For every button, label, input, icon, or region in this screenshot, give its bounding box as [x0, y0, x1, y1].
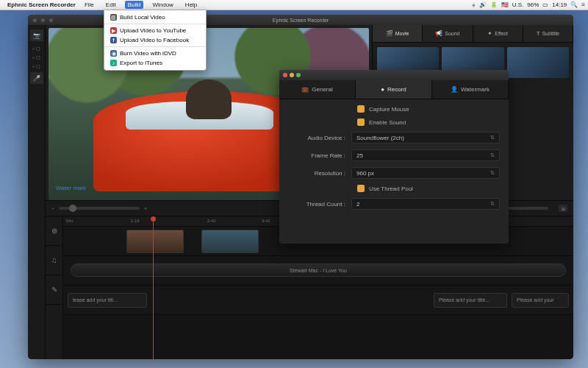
movie-icon: 🎬 [386, 30, 393, 37]
battery-icon[interactable]: 🔋 [490, 1, 498, 8]
thumb-3[interactable] [507, 47, 569, 78]
menu-build-local[interactable]: ▥Build Local Video [104, 13, 206, 22]
spotlight-icon[interactable]: 🔍 [570, 1, 578, 8]
zoom-icon[interactable] [296, 73, 301, 77]
subtitle-icon: T [537, 30, 540, 37]
audio-clip[interactable]: Stewart Mac - I Love You [71, 263, 566, 277]
timeline-toggle-button[interactable]: ⊞ [559, 205, 567, 212]
watermark-icon: 👤 [451, 86, 458, 93]
menu-export-itunes[interactable]: ♪Export to iTunes [104, 58, 206, 68]
tab-movie[interactable]: 🎬Movie [373, 25, 423, 42]
menu-build-local-label: Build Local Video [120, 14, 165, 21]
build-dropdown: ▥Build Local Video ▶Upload Video to YouT… [104, 10, 207, 71]
chevron-updown-icon: ⇅ [490, 170, 495, 176]
minus-icon[interactable]: − [51, 206, 54, 211]
settings-tab-record-label: Record [387, 86, 406, 93]
title-input-2[interactable]: Please add your title... [434, 293, 507, 308]
menu-burn-idvd-label: Burn Video with iDVD [120, 50, 176, 57]
minimize-icon[interactable] [290, 73, 294, 77]
enable-sound-checkbox[interactable] [357, 118, 365, 126]
menu-help[interactable]: Help [182, 1, 200, 9]
menu-build[interactable]: Build [125, 1, 144, 9]
resolution-label: Resolution : [288, 170, 351, 177]
title-track-icon[interactable]: ✎ [46, 275, 62, 305]
ruler-mark: 2:42 [207, 219, 216, 223]
thread-pool-checkbox[interactable] [357, 185, 365, 192]
facebook-icon: f [110, 37, 117, 43]
clock: 14:19 [552, 1, 567, 8]
tab-sound-label: Sound [445, 31, 459, 36]
audio-device-label: Audio Device : [288, 135, 351, 141]
traffic-lights[interactable] [32, 18, 54, 23]
settings-tab-general[interactable]: 💼General [279, 80, 356, 99]
tab-effect[interactable]: ✦Effect [473, 25, 523, 42]
plus-icon[interactable]: + [144, 206, 147, 211]
frame-rate-label: Frame Rate : [288, 152, 351, 159]
tool-dot-1[interactable]: ○ ▢ [30, 46, 43, 50]
tab-movie-label: Movie [395, 31, 409, 36]
title-input-1[interactable]: lease add your titl... [68, 293, 147, 308]
thread-count-label: Thread Count : [288, 201, 351, 208]
volume-icon[interactable]: 🔊 [479, 1, 487, 8]
video-clip-2[interactable] [201, 230, 259, 253]
audio-clip-label: Stewart Mac - I Love You [290, 268, 347, 273]
general-icon: 💼 [301, 86, 309, 93]
left-toolbar: 📷 ○ ▢ ○ ▢ ○ ▢ 🎤 [28, 25, 46, 359]
tab-subtitle-label: Subtitle [542, 31, 559, 36]
tool-dot-3[interactable]: ○ ▢ [30, 63, 43, 68]
menu-burn-idvd[interactable]: ◉Burn Video with iDVD [104, 49, 206, 58]
youtube-icon: ▶ [110, 27, 117, 34]
audio-device-select[interactable]: Soundflower (2ch)⇅ [351, 132, 500, 144]
tab-subtitle[interactable]: TSubtitle [523, 25, 573, 42]
resolution-select[interactable]: 960 px⇅ [351, 167, 500, 179]
tab-sound[interactable]: 📢Sound [423, 25, 473, 42]
video-track-icon[interactable]: ⊕ [46, 216, 62, 246]
chevron-updown-icon: ⇅ [490, 135, 495, 141]
camera-tool[interactable]: 📷 [30, 29, 43, 41]
frame-rate-value: 25 [356, 152, 363, 159]
menu-edit[interactable]: Edit [103, 1, 119, 9]
settings-tab-record[interactable]: ●Record [356, 80, 432, 99]
capture-mouse-checkbox[interactable] [357, 105, 365, 113]
mic-tool[interactable]: 🎤 [30, 72, 43, 84]
audio-track[interactable]: Stewart Mac - I Love You [63, 256, 573, 286]
menu-upload-facebook[interactable]: fUpload Video to Facebook [104, 35, 206, 45]
close-icon[interactable] [283, 73, 287, 77]
audio-device-value: Soundflower (2ch) [356, 135, 404, 141]
watermark-overlay: Water mark [56, 185, 86, 191]
minimize-icon[interactable] [40, 18, 46, 23]
menu-file[interactable]: File [82, 1, 97, 9]
scrub-slider[interactable] [59, 207, 140, 210]
wifi-icon[interactable]: ⏚ [472, 1, 476, 8]
sound-icon: 📢 [435, 30, 442, 37]
menu-window[interactable]: Window [149, 1, 176, 9]
tool-dot-2[interactable]: ○ ▢ [30, 54, 43, 59]
menubar-status: ⏚ 🔊 🔋 🇺🇸 U.S. 96% ▭ 14:19 🔍 ≡ [472, 1, 585, 8]
close-icon[interactable] [32, 18, 37, 23]
thread-count-select[interactable]: 2⇅ [351, 198, 500, 210]
title-track[interactable]: lease add your titl... Please add your t… [63, 286, 573, 315]
audio-track-icon[interactable]: ♫ [46, 246, 62, 275]
thread-count-value: 2 [356, 201, 359, 208]
effect-icon: ✦ [487, 30, 492, 37]
idvd-icon: ◉ [110, 50, 117, 57]
title-input-3[interactable]: Please add your [512, 293, 569, 308]
settings-tab-watermark[interactable]: 👤Watermark [432, 80, 509, 99]
film-icon: ▥ [110, 14, 117, 21]
video-clip-1[interactable] [126, 230, 184, 253]
playhead[interactable] [153, 216, 154, 359]
menu-upload-facebook-label: Upload Video to Facebook [120, 37, 189, 43]
chevron-updown-icon: ⇅ [490, 201, 495, 207]
frame-rate-select[interactable]: 25⇅ [351, 149, 500, 161]
window-title: Ephnic Screen Recorder [273, 18, 329, 23]
menu-upload-youtube[interactable]: ▶Upload Video to YouTube [104, 26, 206, 35]
input-flag[interactable]: 🇺🇸 [501, 1, 509, 8]
settings-titlebar[interactable] [279, 70, 509, 80]
battery-pct: 96% [527, 1, 539, 8]
zoom-icon[interactable] [49, 18, 54, 23]
ruler-mark: 1:18 [131, 219, 140, 223]
menu-extra-icon[interactable]: ≡ [581, 1, 585, 8]
menu-export-itunes-label: Export to iTunes [120, 60, 162, 66]
ruler-mark: 3:42 [262, 219, 270, 223]
ruler-mark: 04s [66, 219, 74, 223]
